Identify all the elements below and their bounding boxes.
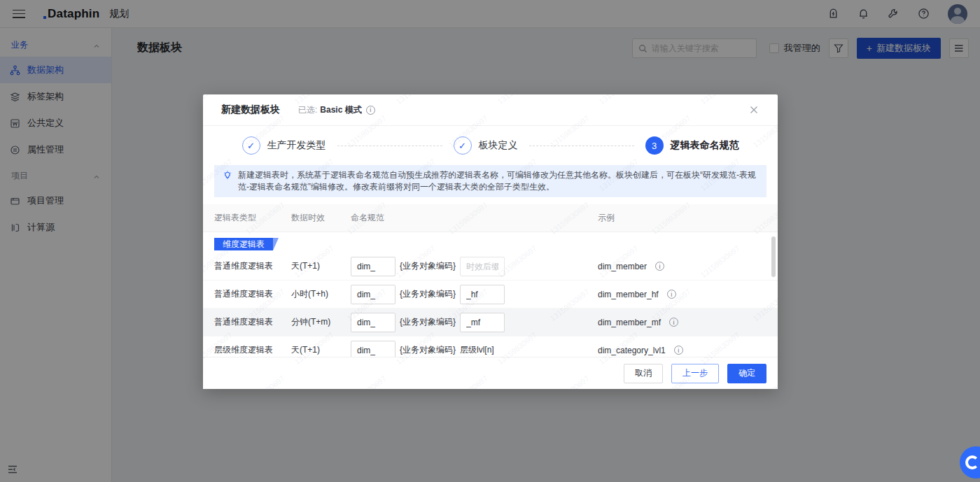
- vertical-scrollbar[interactable]: [771, 236, 776, 277]
- prefix-input[interactable]: [351, 257, 396, 276]
- info-icon[interactable]: [655, 262, 664, 271]
- previous-step-button[interactable]: 上一步: [671, 364, 719, 383]
- example-value: dim_member: [598, 262, 647, 271]
- info-icon[interactable]: [674, 346, 683, 355]
- table-row: 普通维度逻辑表 分钟(T+m) {业务对象编码} dim_member_mf: [203, 309, 778, 336]
- modal-footer: 取消 上一步 确定: [203, 357, 778, 389]
- example-value: dim_category_lvl1: [598, 346, 666, 355]
- step-wizard: 生产开发类型 板块定义 3 逻辑表命名规范: [203, 126, 778, 165]
- screen: Dataphin 规划 业务: [0, 0, 980, 482]
- prefix-input[interactable]: [351, 285, 396, 304]
- table-row: 普通维度逻辑表 小时(T+h) {业务对象编码} dim_member_hf: [203, 281, 778, 309]
- example-value: dim_member_hf: [598, 290, 659, 299]
- step-connector: [337, 146, 442, 146]
- selected-mode-value: Basic 模式: [320, 104, 361, 116]
- dimension-group-tag: 维度逻辑表: [214, 238, 273, 250]
- info-icon[interactable]: [667, 290, 676, 299]
- modal-header: 新建数据板块 已选: Basic 模式: [203, 94, 778, 126]
- suffix-input[interactable]: [460, 285, 505, 304]
- step-production-dev-type[interactable]: 生产开发类型: [242, 136, 326, 155]
- step-logical-table-naming: 3 逻辑表命名规范: [645, 136, 739, 155]
- suffix-input[interactable]: [460, 313, 505, 332]
- table-header: 逻辑表类型 数据时效 命名规范 示例: [203, 204, 778, 232]
- info-icon[interactable]: [669, 318, 678, 327]
- step-connector: [529, 146, 634, 146]
- table-scroll-area: 维度逻辑表 普通维度逻辑表 天(T+1) {业务对象编码} dim_member…: [203, 232, 778, 357]
- info-icon[interactable]: [366, 106, 375, 115]
- step-number: 3: [645, 136, 664, 155]
- confirm-button[interactable]: 确定: [727, 364, 766, 383]
- table-row: 普通维度逻辑表 天(T+1) {业务对象编码} dim_member: [203, 253, 778, 281]
- example-value: dim_member_mf: [598, 318, 661, 327]
- suffix-input: [460, 257, 505, 276]
- notice-text: 新建逻辑表时，系统基于逻辑表命名规范自动预生成推荐的逻辑表名称，可编辑修改为任意…: [238, 170, 756, 192]
- modal-title: 新建数据板块: [221, 104, 280, 116]
- prefix-input[interactable]: [351, 313, 396, 332]
- step-check-icon: [242, 136, 260, 155]
- notice-banner: 新建逻辑表时，系统基于逻辑表命名规范自动预生成推荐的逻辑表名称，可编辑修改为任意…: [214, 165, 766, 197]
- table-row: 层级维度逻辑表 天(T+1) {业务对象编码} 层级lvl[n] dim_cat…: [203, 336, 778, 357]
- selected-mode-label: 已选:: [298, 104, 317, 116]
- step-block-definition[interactable]: 板块定义: [454, 136, 518, 155]
- close-icon[interactable]: [748, 104, 760, 115]
- create-data-block-modal: 1315983069713159830697131598306971315983…: [203, 94, 778, 389]
- step-check-icon: [454, 136, 472, 155]
- prefix-input[interactable]: [351, 341, 396, 358]
- cancel-button[interactable]: 取消: [624, 364, 663, 383]
- tip-bulb-icon: [223, 171, 232, 180]
- group-tag-row: 维度逻辑表: [203, 232, 778, 253]
